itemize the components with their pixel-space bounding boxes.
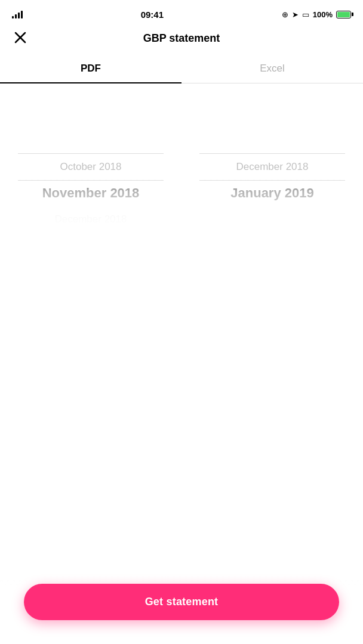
- list-item[interactable]: October 2018: [0, 154, 182, 180]
- status-left: [12, 10, 23, 18]
- screen-icon: ▭: [302, 10, 309, 19]
- list-item[interactable]: December 2018: [0, 206, 182, 227]
- signal-icon: [12, 10, 23, 18]
- battery-icon: [336, 11, 351, 18]
- status-time: 09:41: [141, 10, 164, 20]
- battery-percent: 100%: [313, 10, 333, 19]
- date-picker[interactable]: October 2018 November 2018 December 2018…: [0, 107, 363, 227]
- tab-pdf[interactable]: PDF: [0, 54, 182, 83]
- tab-bar: PDF Excel: [0, 54, 363, 83]
- tab-excel[interactable]: Excel: [182, 54, 363, 83]
- list-item[interactable]: January 2019: [182, 180, 363, 206]
- bottom-action-area: Get statement: [0, 572, 363, 644]
- get-statement-button[interactable]: Get statement: [24, 584, 339, 620]
- header: GBP statement: [0, 26, 363, 54]
- close-icon: [14, 32, 26, 44]
- picker-right-column[interactable]: December 2018 January 2019: [182, 107, 363, 227]
- location-icon: ⊕: [282, 10, 288, 19]
- navigation-icon: ➤: [292, 10, 299, 19]
- status-right: ⊕ ➤ ▭ 100%: [282, 10, 351, 19]
- close-button[interactable]: [12, 29, 29, 48]
- status-bar: 09:41 ⊕ ➤ ▭ 100%: [0, 0, 363, 26]
- list-item[interactable]: December 2018: [182, 154, 363, 180]
- list-item[interactable]: November 2018: [0, 180, 182, 206]
- page-title: GBP statement: [143, 32, 220, 45]
- picker-left-column[interactable]: October 2018 November 2018 December 2018: [0, 107, 182, 227]
